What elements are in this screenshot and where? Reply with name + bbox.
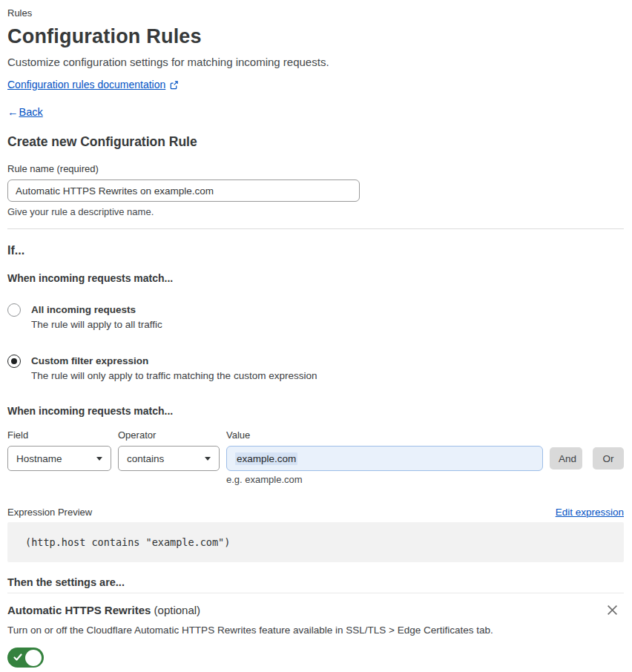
- external-link-icon: [169, 80, 179, 90]
- field-column-label: Field: [7, 429, 111, 441]
- expression-preview-label: Expression Preview: [7, 507, 92, 518]
- field-select[interactable]: Hostname: [7, 446, 111, 471]
- setting-title: Automatic HTTPS Rewrites (optional): [7, 603, 200, 617]
- builder-column-labels: Field Operator Value: [7, 429, 624, 441]
- operator-column-label: Operator: [118, 429, 220, 441]
- radio-option-label: All incoming requests: [31, 303, 162, 316]
- rule-name-help: Give your rule a descriptive name.: [7, 206, 624, 218]
- page-title: Configuration Rules: [7, 24, 624, 49]
- create-rule-heading: Create new Configuration Rule: [7, 134, 624, 150]
- setting-optional-label: (optional): [151, 604, 200, 616]
- back-link-row: ← Back: [7, 105, 624, 119]
- configuration-rules-page: Rules Configuration Rules Customize conf…: [0, 0, 632, 668]
- value-column-label: Value: [226, 429, 624, 441]
- operator-select-value: contains: [127, 453, 164, 464]
- radio-option-description: The rule will apply to all traffic: [31, 319, 162, 331]
- automatic-https-rewrites-toggle[interactable]: [7, 648, 44, 668]
- back-link[interactable]: Back: [19, 105, 43, 119]
- documentation-link-row: Configuration rules documentation: [7, 79, 624, 91]
- builder-heading: When incoming requests match...: [7, 405, 624, 418]
- operator-select[interactable]: contains: [118, 446, 220, 471]
- value-input-text: example.com: [235, 452, 297, 465]
- or-button[interactable]: Or: [593, 447, 624, 470]
- if-heading: If...: [7, 243, 624, 258]
- rule-name-label: Rule name (required): [7, 163, 624, 175]
- expression-builder-row: Hostname contains example.com And Or: [7, 446, 624, 471]
- check-icon: [13, 652, 23, 665]
- radio-unselected-icon[interactable]: [7, 303, 21, 317]
- setting-header: Automatic HTTPS Rewrites (optional): [7, 603, 624, 617]
- value-hint: e.g. example.com: [226, 474, 624, 485]
- back-arrow-icon: ←: [7, 105, 19, 119]
- and-button[interactable]: And: [550, 447, 582, 470]
- radio-option-custom-filter-expression[interactable]: Custom filter expression The rule will o…: [7, 355, 624, 382]
- page-description: Customize configuration settings for mat…: [7, 56, 624, 69]
- expression-preview-code: (http.host contains "example.com"): [7, 522, 624, 562]
- radio-selected-icon[interactable]: [7, 355, 21, 368]
- close-icon[interactable]: [605, 603, 619, 617]
- chevron-down-icon: [96, 457, 102, 461]
- setting-divider: [7, 593, 624, 593]
- then-settings-heading: Then the settings are...: [7, 576, 624, 589]
- edit-expression-link[interactable]: Edit expression: [556, 507, 624, 518]
- radio-option-description: The rule will only apply to traffic matc…: [31, 370, 317, 382]
- match-subheading: When incoming requests match...: [7, 272, 624, 285]
- setting-description: Turn on or off the Cloudflare Automatic …: [7, 624, 624, 636]
- breadcrumb: Rules: [7, 7, 624, 19]
- rule-name-input[interactable]: [7, 179, 360, 202]
- expression-preview-header: Expression Preview Edit expression: [7, 507, 624, 518]
- radio-option-label: Custom filter expression: [31, 355, 317, 367]
- chevron-down-icon: [205, 457, 211, 461]
- documentation-link[interactable]: Configuration rules documentation: [7, 79, 165, 91]
- field-select-value: Hostname: [16, 453, 62, 464]
- radio-option-all-incoming-requests[interactable]: All incoming requests The rule will appl…: [7, 303, 624, 331]
- section-divider: [7, 228, 624, 229]
- toggle-knob: [25, 650, 42, 666]
- setting-name: Automatic HTTPS Rewrites: [7, 604, 151, 616]
- value-input[interactable]: example.com: [226, 446, 543, 471]
